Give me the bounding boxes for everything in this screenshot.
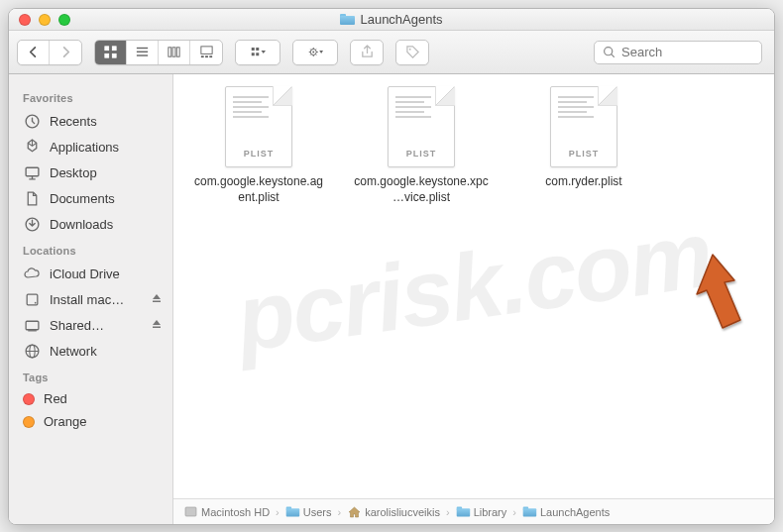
tag-dot-icon [23,393,35,405]
svg-line-24 [310,50,311,51]
forward-button[interactable] [50,41,81,64]
svg-line-30 [612,54,614,56]
svg-rect-4 [137,48,148,49]
svg-rect-17 [256,53,259,55]
sidebar-item-network[interactable]: Network [9,338,172,364]
nav-buttons [17,40,82,65]
home-icon [347,506,361,518]
sidebar-heading-tags: Tags [9,364,172,387]
action-menu[interactable] [292,40,338,65]
shared-icon [23,316,41,334]
sidebar-item-label: Downloads [50,217,113,232]
path-crumb[interactable]: Macintosh HD [183,506,270,518]
path-label: Library [474,506,507,518]
sidebar-item-icloud[interactable]: iCloud Drive [9,261,172,286]
svg-rect-10 [200,47,211,54]
path-separator: › [335,506,343,518]
svg-line-25 [315,54,316,55]
sidebar-item-documents[interactable]: Documents [9,185,172,211]
sidebar: Favorites Recents Applications Desktop D… [9,74,173,524]
plist-file-icon: PLIST [550,86,617,167]
path-crumb[interactable]: karolisliucveikis [347,506,440,518]
eject-icon[interactable] [151,292,163,307]
sidebar-item-label: Applications [50,140,119,155]
search-field[interactable] [594,41,762,64]
file-item[interactable]: PLIST com.google.keystone.xpc…vice.plist [354,86,489,205]
column-view-button[interactable] [159,41,190,64]
svg-rect-6 [137,54,148,55]
traffic-lights [19,14,70,26]
sidebar-item-downloads[interactable]: Downloads [9,211,172,237]
svg-rect-1 [112,47,116,51]
group-icon [251,45,266,59]
gallery-view-button[interactable] [190,41,222,64]
desktop-icon [23,163,41,181]
sidebar-item-label: Network [50,344,97,359]
gear-icon [308,45,323,59]
svg-rect-12 [205,55,208,57]
path-separator: › [510,506,518,518]
apps-icon [23,138,41,156]
svg-rect-2 [105,53,109,57]
file-name: com.ryder.plist [545,173,621,189]
svg-point-37 [34,301,36,303]
sidebar-item-label: Desktop [50,165,97,180]
sidebar-item-recents[interactable]: Recents [9,108,172,134]
sidebar-item-label: Recents [50,114,97,129]
search-input[interactable] [621,45,740,59]
file-item[interactable]: PLIST com.google.keystone.agent.plist [191,86,326,205]
maximize-button[interactable] [58,14,70,26]
sidebar-item-desktop[interactable]: Desktop [9,160,172,185]
svg-rect-7 [168,48,171,56]
sidebar-item-label: Install mac… [50,292,124,307]
close-button[interactable] [19,14,31,26]
grid-icon [103,45,118,59]
share-button[interactable] [350,40,384,65]
back-button[interactable] [18,41,50,64]
sidebar-tag-red[interactable]: Red [9,387,172,410]
path-crumb[interactable]: Users [285,506,332,518]
minimize-button[interactable] [39,14,51,26]
file-item[interactable]: PLIST com.ryder.plist [516,86,651,189]
documents-icon [23,189,41,207]
finder-window: LaunchAgents [8,8,775,525]
svg-rect-32 [26,167,39,176]
tags-button[interactable] [395,40,429,65]
sidebar-tag-orange[interactable]: Orange [9,410,172,433]
plist-file-icon: PLIST [388,86,455,167]
path-crumb[interactable]: LaunchAgents [522,506,610,518]
sidebar-heading-locations: Locations [9,237,172,261]
svg-point-28 [408,49,410,51]
tag-dot-icon [23,416,35,428]
group-menu[interactable] [235,40,280,65]
svg-rect-9 [176,48,179,56]
icloud-icon [23,265,41,282]
sidebar-item-install[interactable]: Install mac… [9,286,172,312]
icon-view-button[interactable] [95,41,127,64]
file-name: com.google.keystone.agent.plist [191,173,326,205]
path-crumb[interactable]: Library [456,506,507,518]
folder-icon [340,14,355,25]
search-icon [603,46,615,58]
eject-icon[interactable] [151,318,163,333]
file-name: com.google.keystone.xpc…vice.plist [354,173,489,205]
svg-rect-15 [251,53,254,55]
list-view-button[interactable] [127,41,159,64]
path-bar: Macintosh HD › Users › karolisliucveikis… [173,498,774,524]
sidebar-item-shared[interactable]: Shared… [9,312,172,338]
sidebar-item-label: Orange [44,414,86,429]
annotation-arrow [683,251,752,340]
sidebar-item-label: Documents [50,191,115,206]
sidebar-item-applications[interactable]: Applications [9,134,172,160]
sidebar-item-label: Shared… [50,318,104,333]
sidebar-item-label: Red [44,391,67,406]
svg-rect-8 [172,48,175,56]
network-icon [23,342,41,360]
sidebar-item-label: iCloud Drive [50,266,120,281]
chevron-right-icon [58,45,73,59]
file-grid[interactable]: pcrisk.com PLIST com.google.keystone.age… [173,74,774,498]
svg-rect-45 [185,507,196,516]
svg-rect-16 [256,48,259,51]
sidebar-heading-favorites: Favorites [9,84,172,108]
svg-rect-0 [105,47,109,51]
